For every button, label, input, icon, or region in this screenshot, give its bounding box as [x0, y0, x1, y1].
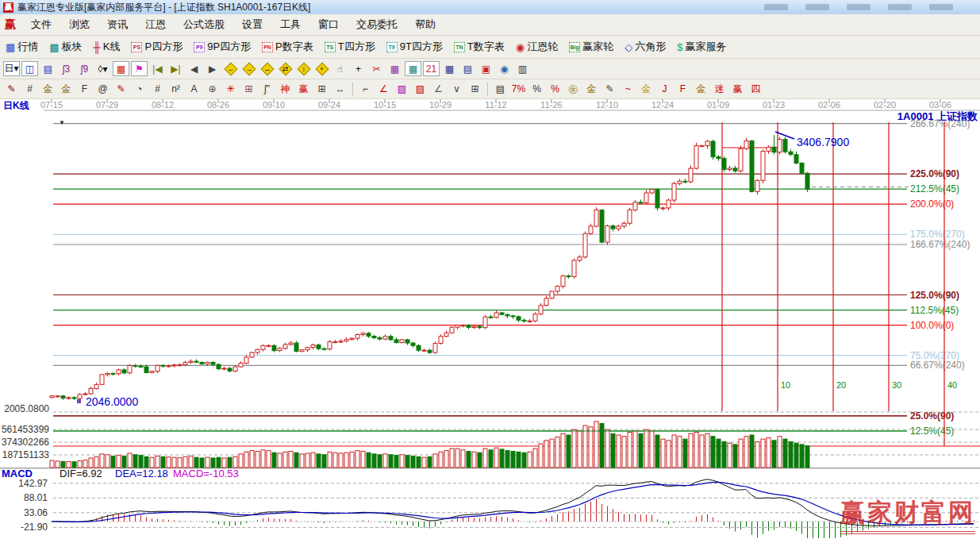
winner-service-button[interactable]: $赢家服务: [671, 38, 732, 56]
titlebar-control[interactable]: [888, 4, 912, 10]
save-icon[interactable]: ▣: [478, 61, 494, 76]
grid2-icon[interactable]: #: [149, 82, 166, 97]
scroll-right-icon[interactable]: →: [240, 61, 257, 76]
p-square-button[interactable]: PSP四方形: [125, 38, 188, 56]
gann-wheel-button[interactable]: ◉江恩轮: [510, 38, 563, 56]
t-table-button[interactable]: TNT数字表: [448, 38, 510, 56]
gold-circle-icon[interactable]: ㊎: [565, 82, 582, 97]
menu-item-2[interactable]: 资讯: [98, 15, 136, 34]
menu-item-3[interactable]: 江恩: [136, 15, 175, 34]
k-quote-icon[interactable]: ʃ": [259, 82, 275, 97]
pen-candle-icon[interactable]: ✎: [601, 82, 618, 97]
prev-bar-icon[interactable]: ◀: [186, 61, 202, 76]
candle-style-button[interactable]: ◊▾: [94, 61, 111, 76]
scroll-left-icon[interactable]: ←: [222, 61, 239, 76]
gold-line-icon[interactable]: 金: [583, 82, 600, 97]
grid-box-icon[interactable]: ⊞: [467, 82, 483, 97]
f-grid-icon[interactable]: F: [76, 82, 93, 97]
zoom-v-icon[interactable]: ↕: [295, 61, 312, 76]
menu-item-9[interactable]: 帮助: [406, 15, 444, 34]
minor-wave3-icon[interactable]: ʃ3: [58, 61, 75, 76]
titlebar-control[interactable]: [764, 4, 788, 10]
gann-box-icon[interactable]: ▨: [394, 82, 410, 97]
first-bar-icon[interactable]: |◀: [149, 61, 166, 76]
angle-lines-icon[interactable]: ∠: [430, 82, 447, 97]
bars-icon[interactable]: ▤: [492, 82, 509, 97]
gold-yellow-icon[interactable]: 金: [638, 82, 655, 97]
9t-square-button[interactable]: T99T四方形: [381, 38, 448, 56]
overlay-icon[interactable]: ◫: [21, 61, 38, 76]
menu-item-8[interactable]: 交易委托: [348, 15, 406, 34]
wave-a-icon[interactable]: ~: [620, 82, 636, 97]
menu-item-6[interactable]: 工具: [271, 15, 309, 34]
red-fan-icon[interactable]: ∠: [375, 82, 392, 97]
period-day-button[interactable]: 日▾: [3, 61, 20, 76]
menu-item-1[interactable]: 浏览: [60, 15, 98, 34]
menu-item-0[interactable]: 文件: [22, 15, 60, 34]
compass-pen-icon[interactable]: ✎: [3, 82, 20, 97]
gold-angle-icon[interactable]: 金: [693, 82, 709, 97]
zoom-h-icon[interactable]: ↔: [259, 61, 275, 76]
info-doc-icon[interactable]: ▤: [40, 61, 56, 76]
spiral-icon[interactable]: @: [94, 82, 111, 97]
titlebar-control[interactable]: [929, 4, 953, 10]
compress-h-icon[interactable]: ⇄: [277, 61, 294, 76]
print-icon[interactable]: ▥: [514, 61, 531, 76]
filter-flag-icon[interactable]: ⚑: [131, 61, 148, 76]
grid-circle-icon[interactable]: ⊞: [240, 82, 257, 97]
crosshair-icon[interactable]: +: [350, 61, 367, 76]
quotes-button[interactable]: ▦行情: [0, 38, 44, 56]
box-corner-icon[interactable]: ⌐: [357, 82, 374, 97]
titlebar-control[interactable]: [805, 4, 829, 10]
cut-icon[interactable]: ✂: [368, 61, 385, 76]
j-angle-icon[interactable]: J: [656, 82, 673, 97]
expand-all-icon[interactable]: +: [313, 61, 330, 76]
chart-area[interactable]: 07-1507-2908-1208-2609-1009-2410-1510-29…: [0, 99, 980, 538]
hexagon-button[interactable]: ◇六角形: [619, 38, 671, 56]
shen-grid-icon[interactable]: 神: [277, 82, 294, 97]
mi-angle-icon[interactable]: 迷: [711, 82, 728, 97]
grid-purple-icon[interactable]: ▦: [386, 61, 403, 76]
kline-button[interactable]: ╫K线: [88, 38, 126, 56]
grid-teal-icon[interactable]: ▦: [405, 61, 421, 76]
kline-chart[interactable]: 07-1507-2908-1208-2609-1009-2410-1510-29…: [0, 99, 980, 538]
t-square-button[interactable]: TST四方形: [319, 38, 381, 56]
red-star-icon[interactable]: ✳: [222, 82, 239, 97]
gann-grid-icon[interactable]: ▦: [113, 61, 129, 76]
wave-v-icon[interactable]: v: [448, 82, 465, 97]
titlebar-control[interactable]: [847, 4, 870, 10]
ying-angle-icon[interactable]: 赢: [729, 82, 746, 97]
percent-icon[interactable]: %: [528, 82, 545, 97]
minor-wave9-icon[interactable]: ʃ9: [76, 61, 93, 76]
calculator-icon[interactable]: ▦: [441, 61, 458, 76]
gold-grid-icon[interactable]: 金: [40, 82, 56, 97]
9p-square-button[interactable]: P99P四方形: [188, 38, 256, 56]
gann-box2-icon[interactable]: ▨: [412, 82, 429, 97]
notes-icon[interactable]: ▤: [459, 61, 476, 76]
width-arrow-icon[interactable]: ↔: [332, 82, 348, 97]
f-angle-icon[interactable]: F: [674, 82, 691, 97]
hash-grid-icon[interactable]: #: [21, 82, 38, 97]
seven-pct-icon[interactable]: 7%: [510, 82, 527, 97]
clock-circle-icon[interactable]: ◔: [131, 82, 148, 97]
last-bar-icon[interactable]: ▶|: [167, 61, 184, 76]
p-table-button[interactable]: PNP数字表: [256, 38, 319, 56]
next-bar-icon[interactable]: ▶: [204, 61, 221, 76]
si-angle-icon[interactable]: 四: [747, 82, 764, 97]
gold-grid2-icon[interactable]: 金: [58, 82, 75, 97]
n2-icon[interactable]: n²: [167, 82, 184, 97]
percent-line-icon[interactable]: %: [547, 82, 563, 97]
menu-item-7[interactable]: 窗口: [309, 15, 348, 34]
winner-wheel-button[interactable]: Big赢家轮: [563, 38, 619, 56]
a-angle-icon[interactable]: A: [186, 82, 202, 97]
sectors-button[interactable]: ▩板块: [44, 38, 87, 56]
ying-grid-icon[interactable]: 赢: [295, 82, 312, 97]
menu-item-4[interactable]: 公式选股: [175, 15, 233, 34]
pen-red-icon[interactable]: ✎: [113, 82, 129, 97]
network-icon[interactable]: ◉: [496, 61, 513, 76]
calendar-icon[interactable]: 21: [423, 61, 440, 76]
grid-123-icon[interactable]: ⊞: [313, 82, 330, 97]
drag-hand-icon[interactable]: ☝: [332, 61, 348, 76]
menu-item-5[interactable]: 设置: [233, 15, 271, 34]
circle-cross-icon[interactable]: ⊕: [204, 82, 221, 97]
